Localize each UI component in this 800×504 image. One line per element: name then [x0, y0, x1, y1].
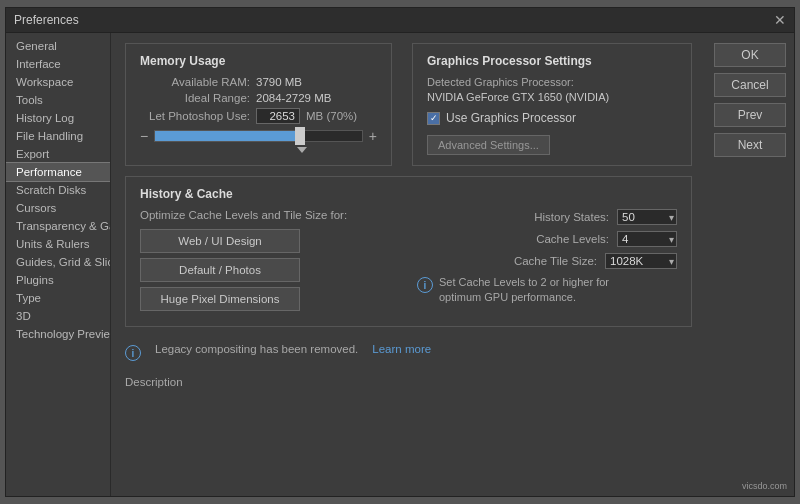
title-bar: Preferences ✕ [6, 8, 794, 33]
available-ram-label: Available RAM: [140, 76, 250, 88]
sidebar-item-3d[interactable]: 3D [6, 307, 110, 325]
sidebar-item-units-rulers[interactable]: Units & Rulers [6, 235, 110, 253]
watermark: vicsdo.com [742, 481, 787, 491]
cache-levels-select-wrapper[interactable]: 4 [617, 231, 677, 247]
history-states-select-wrapper[interactable]: 50 [617, 209, 677, 225]
let-use-label: Let Photoshop Use: [140, 110, 250, 122]
sidebar-item-export[interactable]: Export [6, 145, 110, 163]
history-cache-section: History & Cache Optimize Cache Levels an… [125, 176, 692, 327]
sidebar-item-plugins[interactable]: Plugins [6, 271, 110, 289]
web-ui-design-button[interactable]: Web / UI Design [140, 229, 300, 253]
default-photos-button[interactable]: Default / Photos [140, 258, 300, 282]
gpu-title: Graphics Processor Settings [427, 54, 677, 68]
slider-plus-icon[interactable]: + [369, 128, 377, 144]
use-gpu-row[interactable]: ✓ Use Graphics Processor [427, 111, 677, 125]
memory-title: Memory Usage [140, 54, 377, 68]
sidebar-item-workspace[interactable]: Workspace [6, 73, 110, 91]
prev-button[interactable]: Prev [714, 103, 786, 127]
gpu-info-text: Set Cache Levels to 2 or higher foroptim… [439, 275, 609, 306]
cache-levels-label: Cache Levels: [536, 233, 609, 245]
cache-tile-select[interactable]: 1028K [605, 253, 677, 269]
history-cache-title: History & Cache [140, 187, 401, 201]
description-label: Description [125, 376, 183, 388]
huge-pixel-button[interactable]: Huge Pixel Dimensions [140, 287, 300, 311]
sidebar: General Interface Workspace Tools Histor… [6, 33, 111, 496]
optimize-label: Optimize Cache Levels and Tile Size for: [140, 209, 401, 221]
cache-right: History States: 50 Cache Levels: 4 [417, 187, 677, 316]
sidebar-item-transparency-gamut[interactable]: Transparency & Gamut [6, 217, 110, 235]
sidebar-item-guides-grid-slices[interactable]: Guides, Grid & Slices [6, 253, 110, 271]
sidebar-item-tech-previews[interactable]: Technology Previews [6, 325, 110, 343]
memory-section: Memory Usage Available RAM: 3790 MB Idea… [125, 43, 392, 166]
slider-tick [297, 147, 307, 153]
available-ram-value: 3790 MB [256, 76, 302, 88]
sidebar-item-file-handling[interactable]: File Handling [6, 127, 110, 145]
history-states-select[interactable]: 50 [617, 209, 677, 225]
advanced-settings-button[interactable]: Advanced Settings... [427, 135, 550, 155]
cache-levels-select[interactable]: 4 [617, 231, 677, 247]
legacy-row: i Legacy compositing has been removed. L… [125, 343, 692, 361]
sidebar-item-type[interactable]: Type [6, 289, 110, 307]
history-states-label: History States: [534, 211, 609, 223]
gpu-section: Graphics Processor Settings Detected Gra… [412, 43, 692, 166]
checkbox-check-icon: ✓ [430, 113, 438, 123]
next-button[interactable]: Next [714, 133, 786, 157]
memory-slider[interactable] [154, 130, 363, 142]
cache-tile-label: Cache Tile Size: [514, 255, 597, 267]
main-content: Memory Usage Available RAM: 3790 MB Idea… [111, 33, 706, 496]
cancel-button[interactable]: Cancel [714, 73, 786, 97]
cache-tile-select-wrapper[interactable]: 1028K [605, 253, 677, 269]
sidebar-item-cursors[interactable]: Cursors [6, 199, 110, 217]
sidebar-item-history-log[interactable]: History Log [6, 109, 110, 127]
photoshop-use-input[interactable]: 2653 [256, 108, 300, 124]
sidebar-item-performance[interactable]: Performance [6, 163, 110, 181]
gpu-info-icon: i [417, 277, 433, 293]
detected-gpu-label: Detected Graphics Processor: [427, 76, 677, 88]
cache-left: History & Cache Optimize Cache Levels an… [140, 187, 401, 316]
dialog-title: Preferences [14, 13, 79, 27]
sidebar-item-general[interactable]: General [6, 37, 110, 55]
sidebar-item-interface[interactable]: Interface [6, 55, 110, 73]
ok-button[interactable]: OK [714, 43, 786, 67]
use-gpu-checkbox[interactable]: ✓ [427, 112, 440, 125]
ideal-range-label: Ideal Range: [140, 92, 250, 104]
ideal-range-value: 2084-2729 MB [256, 92, 331, 104]
sidebar-item-scratch-disks[interactable]: Scratch Disks [6, 181, 110, 199]
learn-more-link[interactable]: Learn more [372, 343, 431, 355]
right-buttons-panel: OK Cancel Prev Next [706, 33, 794, 496]
slider-minus-icon[interactable]: − [140, 128, 148, 144]
close-button[interactable]: ✕ [774, 12, 786, 28]
legacy-text: Legacy compositing has been removed. [155, 343, 358, 355]
slider-thumb[interactable] [295, 127, 305, 145]
mb-percent-label: MB (70%) [306, 110, 357, 122]
detected-gpu-value: NVIDIA GeForce GTX 1650 (NVIDIA) [427, 91, 677, 103]
legacy-info-icon: i [125, 345, 141, 361]
use-gpu-label: Use Graphics Processor [446, 111, 576, 125]
slider-fill [155, 131, 300, 141]
sidebar-item-tools[interactable]: Tools [6, 91, 110, 109]
